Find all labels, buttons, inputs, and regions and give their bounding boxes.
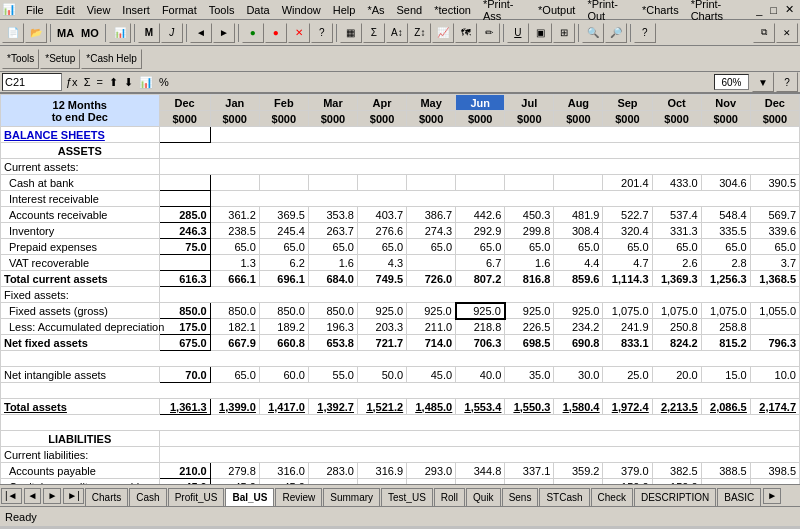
menu-tools[interactable]: Tools xyxy=(203,2,241,18)
tools-btn[interactable]: *Tools xyxy=(2,49,39,69)
menu-file[interactable]: File xyxy=(20,2,50,18)
italic-j-btn[interactable]: J xyxy=(161,23,183,43)
net-fixed-input[interactable]: 675.0 xyxy=(159,335,210,351)
vat-rec-input[interactable] xyxy=(159,255,210,271)
green-circle[interactable]: ● xyxy=(242,23,264,43)
row-label-net-intangible: Net intangible assets xyxy=(1,367,160,383)
tab-review[interactable]: Review xyxy=(275,488,322,506)
question-btn[interactable]: ? xyxy=(311,23,333,43)
zoom-in-btn[interactable]: 🔍 xyxy=(582,23,604,43)
total-assets-input[interactable]: 1,361.3 xyxy=(159,399,210,415)
zoom-out-btn[interactable]: 🔎 xyxy=(605,23,627,43)
border-btn[interactable]: ▣ xyxy=(530,23,552,43)
cash-help-btn[interactable]: *Cash Help xyxy=(81,49,142,69)
tab-nav-next[interactable]: ► xyxy=(43,488,61,504)
percent-icon: % xyxy=(157,76,171,88)
cash-input[interactable] xyxy=(159,175,210,191)
tab-sens[interactable]: Sens xyxy=(502,488,539,506)
help-btn[interactable]: ? xyxy=(634,23,656,43)
menu-data[interactable]: Data xyxy=(240,2,275,18)
new-btn[interactable]: 📄 xyxy=(2,23,24,43)
cell-reference[interactable] xyxy=(2,73,62,91)
merge-btn[interactable]: ⊞ xyxy=(553,23,575,43)
fixed-gross-input[interactable]: 850.0 xyxy=(159,303,210,319)
chart-btn2[interactable]: 📈 xyxy=(432,23,454,43)
capex-pay-input[interactable]: 45.0 xyxy=(159,479,210,485)
row-label-fixed-gross: Fixed assets (gross) xyxy=(1,303,160,319)
menu-view[interactable]: View xyxy=(81,2,117,18)
draw-btn[interactable]: ✏ xyxy=(478,23,500,43)
chart-btn[interactable]: 📊 xyxy=(109,23,131,43)
sort-za[interactable]: Z↕ xyxy=(409,23,431,43)
inventory-input[interactable]: 246.3 xyxy=(159,223,210,239)
open-btn[interactable]: 📂 xyxy=(25,23,47,43)
tab-nav-first[interactable]: |◄ xyxy=(1,488,22,504)
minimize-btn[interactable]: _ xyxy=(752,4,766,16)
menu-print-ass[interactable]: *Print-Ass xyxy=(477,0,532,24)
menu-print-out[interactable]: *Print-Out xyxy=(581,0,636,24)
ar-input[interactable]: 285.0 xyxy=(159,207,210,223)
tab-stcash[interactable]: STCash xyxy=(539,488,589,506)
tab-nav-prev[interactable]: ◄ xyxy=(24,488,42,504)
menu-format[interactable]: Format xyxy=(156,2,203,18)
toolbar-2: *Tools *Setup *Cash Help xyxy=(0,46,800,72)
unit-jan: $000 xyxy=(210,111,259,127)
back-btn[interactable]: ◄ xyxy=(190,23,212,43)
tab-bal-us[interactable]: Bal_US xyxy=(225,488,274,506)
tab-nav-last[interactable]: ►| xyxy=(63,488,84,504)
tab-roll[interactable]: Roll xyxy=(434,488,465,506)
net-intangible-input[interactable]: 70.0 xyxy=(159,367,210,383)
prepaid-input[interactable]: 75.0 xyxy=(159,239,210,255)
maximize-btn[interactable]: □ xyxy=(766,4,781,16)
setup-btn[interactable]: *Setup xyxy=(40,49,80,69)
menu-edit[interactable]: Edit xyxy=(50,2,81,18)
win-close[interactable]: ✕ xyxy=(776,23,798,43)
menu-window[interactable]: Window xyxy=(276,2,327,18)
menu-as[interactable]: *As xyxy=(361,2,390,18)
ap-input[interactable]: 210.0 xyxy=(159,463,210,479)
tab-charts[interactable]: Charts xyxy=(85,488,128,506)
zoom-input[interactable]: 60% xyxy=(714,74,749,90)
status-bar: Ready xyxy=(0,506,800,526)
tab-description[interactable]: DESCRIPTION xyxy=(634,488,716,506)
unit-sep: $000 xyxy=(603,111,652,127)
underline-btn[interactable]: U xyxy=(507,23,529,43)
row-label-ap: Accounts payable xyxy=(1,463,160,479)
tab-quik[interactable]: Quik xyxy=(466,488,501,506)
filter-btn[interactable]: ▦ xyxy=(340,23,362,43)
tab-profit-us[interactable]: Profit_US xyxy=(168,488,225,506)
forward-btn[interactable]: ► xyxy=(213,23,235,43)
tab-summary[interactable]: Summary xyxy=(323,488,380,506)
bs-title-input[interactable] xyxy=(159,127,210,143)
tab-scroll-right[interactable]: ► xyxy=(763,488,781,504)
total-current-input[interactable]: 616.3 xyxy=(159,271,210,287)
menu-insert[interactable]: Insert xyxy=(116,2,156,18)
map-btn[interactable]: 🗺 xyxy=(455,23,477,43)
accum-dep-input[interactable]: 175.0 xyxy=(159,319,210,335)
close-btn[interactable]: ✕ xyxy=(781,3,798,16)
sort-az[interactable]: A↕ xyxy=(386,23,408,43)
tab-basic[interactable]: BASIC xyxy=(717,488,761,506)
red-circle[interactable]: ● xyxy=(265,23,287,43)
current-assets-label: Current assets: xyxy=(1,159,160,175)
zoom-dropdown[interactable]: ▼ xyxy=(752,72,774,92)
tab-check[interactable]: Check xyxy=(591,488,633,506)
zoom-help[interactable]: ? xyxy=(776,72,798,92)
sum-btn[interactable]: Σ xyxy=(363,23,385,43)
red-x[interactable]: ✕ xyxy=(288,23,310,43)
menu-charts[interactable]: *Charts xyxy=(636,2,685,18)
bold-m-btn[interactable]: M xyxy=(138,23,160,43)
tab-cash[interactable]: Cash xyxy=(129,488,166,506)
col-may: May xyxy=(407,95,456,111)
menu-protection[interactable]: *tection xyxy=(428,2,477,18)
menu-output[interactable]: *Output xyxy=(532,2,581,18)
table-row: Net fixed assets 675.0 667.9 660.8 653.8… xyxy=(1,335,800,351)
interest-input[interactable] xyxy=(159,191,210,207)
tab-test-us[interactable]: Test_US xyxy=(381,488,433,506)
win-restore[interactable]: ⧉ xyxy=(753,23,775,43)
menu-send[interactable]: Send xyxy=(391,2,429,18)
menu-print-charts[interactable]: *Print-Charts xyxy=(685,0,753,24)
col-dec-input: Dec xyxy=(159,95,210,111)
header-period: 12 Months to end Dec xyxy=(1,95,160,127)
menu-help[interactable]: Help xyxy=(327,2,362,18)
